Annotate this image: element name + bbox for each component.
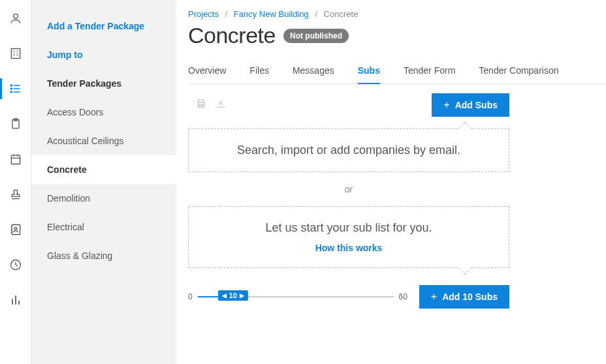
sub-count-slider: 0 ◀ 10 ▶ 60: [188, 292, 407, 301]
or-separator: or: [188, 184, 509, 194]
rail-contacts-icon[interactable]: [0, 223, 31, 236]
breadcrumb-sep: /: [225, 9, 228, 19]
search-hint-text: Search, import or add companies by email…: [237, 144, 460, 157]
sidebar: Add a Tender Package Jump to Tender Pack…: [31, 0, 176, 364]
slider-handle[interactable]: ◀ 10 ▶: [218, 290, 248, 301]
add-tender-package-link[interactable]: Add a Tender Package: [31, 18, 176, 34]
sidebar-item-glass-glazing[interactable]: Glass & Glazing: [31, 241, 176, 270]
rail-list-icon[interactable]: [0, 82, 31, 95]
how-this-works-link[interactable]: How this works: [202, 243, 496, 253]
slider-track[interactable]: ◀ 10 ▶: [198, 296, 394, 297]
tab-subs[interactable]: Subs: [358, 65, 380, 83]
chevron-left-icon: ◀: [222, 292, 227, 299]
main-content: Projects / Fancy New Building / Concrete…: [176, 0, 606, 364]
status-badge: Not published: [283, 29, 349, 43]
plus-icon: +: [443, 100, 449, 110]
toolbar-icons: [196, 99, 226, 112]
svg-rect-11: [199, 100, 204, 102]
tab-tender-comparison[interactable]: Tender Comparison: [479, 65, 558, 83]
print-icon[interactable]: [196, 99, 206, 112]
tabs: Overview Files Messages Subs Tender Form…: [188, 65, 606, 84]
tab-tender-form[interactable]: Tender Form: [404, 65, 455, 83]
plus-icon: +: [431, 292, 437, 302]
svg-rect-7: [11, 155, 20, 164]
add-subs-label: Add Subs: [455, 100, 498, 110]
tender-packages-heading: Tender Packages: [31, 76, 176, 91]
chevron-right-icon: ▶: [240, 292, 244, 299]
callout-notch-icon: [458, 122, 471, 135]
sidebar-item-concrete[interactable]: Concrete: [31, 155, 176, 184]
rail-user-icon[interactable]: [0, 12, 31, 25]
rail-building-icon[interactable]: [0, 47, 31, 60]
start-sub-list-box: Let us start your sub list for you. How …: [188, 206, 509, 268]
start-hint-text: Let us start your sub list for you.: [202, 221, 496, 235]
tab-overview[interactable]: Overview: [188, 65, 226, 83]
add-n-subs-label: Add 10 Subs: [442, 292, 498, 302]
svg-rect-1: [11, 49, 20, 59]
search-companies-box[interactable]: Search, import or add companies by email…: [188, 129, 509, 172]
slider-min: 0: [188, 292, 193, 301]
add-n-subs-button[interactable]: + Add 10 Subs: [419, 285, 509, 309]
breadcrumb-projects[interactable]: Projects: [188, 9, 219, 19]
svg-point-4: [10, 91, 12, 93]
icon-rail: [0, 0, 31, 364]
svg-point-9: [14, 228, 17, 230]
add-subs-button[interactable]: + Add Subs: [432, 93, 509, 117]
rail-clock-icon[interactable]: [0, 258, 31, 271]
sidebar-item-acoustical-ceilings[interactable]: Acoustical Ceilings: [31, 127, 176, 155]
svg-point-3: [10, 88, 12, 89]
slider-max: 60: [399, 292, 407, 301]
slider-value: 10: [229, 292, 237, 299]
sidebar-item-access-doors[interactable]: Access Doors: [31, 98, 176, 127]
callout-notch-icon: [458, 262, 471, 275]
rail-calendar-icon[interactable]: [0, 153, 31, 166]
tab-messages[interactable]: Messages: [293, 65, 334, 83]
breadcrumb: Projects / Fancy New Building / Concrete: [188, 9, 606, 19]
svg-point-2: [10, 85, 12, 86]
breadcrumb-sep: /: [315, 9, 317, 19]
sidebar-item-demolition[interactable]: Demolition: [31, 184, 176, 213]
rail-chart-icon[interactable]: [0, 294, 31, 307]
svg-point-0: [13, 14, 18, 18]
download-icon[interactable]: [215, 99, 226, 112]
breadcrumb-current: Concrete: [324, 9, 359, 19]
tab-files[interactable]: Files: [249, 65, 269, 83]
breadcrumb-project[interactable]: Fancy New Building: [234, 9, 309, 19]
page-title: Concrete: [188, 23, 276, 48]
sidebar-item-electrical[interactable]: Electrical: [31, 213, 176, 241]
jump-to-link[interactable]: Jump to: [31, 47, 176, 63]
rail-clipboard-icon[interactable]: [0, 117, 31, 130]
rail-stamp-icon[interactable]: [0, 188, 31, 201]
